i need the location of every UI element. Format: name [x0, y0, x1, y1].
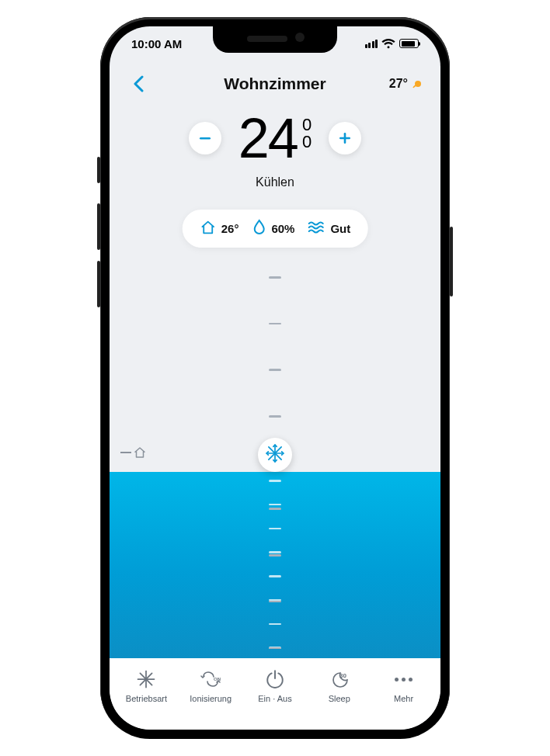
air-quality: Gut: [307, 220, 350, 238]
screen: 10:00 AM Wohnzimmer 27°: [110, 26, 440, 730]
info-pill[interactable]: 26° 60% Gut: [183, 210, 368, 248]
waves-icon: [307, 220, 325, 238]
temperature-slider-track[interactable]: [110, 267, 440, 658]
header: Wohnzimmer 27°: [110, 68, 440, 99]
nav-ionisation[interactable]: ON Ionisierung: [179, 668, 243, 703]
nav-more-label: Mehr: [394, 694, 413, 703]
more-icon: [392, 668, 416, 691]
side-button-vol-down: [97, 261, 100, 307]
svg-rect-1: [200, 137, 211, 140]
nav-mode[interactable]: Betriebsart: [114, 668, 179, 703]
sleep-icon: 30: [328, 668, 351, 691]
battery-icon: [399, 39, 419, 48]
wifi-icon: [381, 39, 395, 49]
nav-power-label: Ein · Aus: [258, 694, 291, 703]
status-time: 10:00 AM: [131, 37, 182, 50]
cellular-icon: [365, 40, 378, 48]
power-icon: [263, 668, 287, 691]
humidity: 60%: [251, 219, 294, 238]
side-button-vol-up: [97, 203, 100, 250]
phone-frame: 10:00 AM Wohnzimmer 27°: [100, 17, 450, 739]
nav-more[interactable]: Mehr: [371, 668, 436, 703]
setpoint-whole: 24: [238, 110, 298, 166]
svg-text:30: 30: [339, 672, 346, 679]
sun-icon: [411, 78, 423, 90]
increase-button[interactable]: [329, 122, 361, 154]
nav-sleep[interactable]: 30 Sleep: [307, 668, 371, 703]
mode-icon: [134, 668, 158, 691]
outside-temp-value: 27°: [389, 77, 408, 91]
nav-sleep-label: Sleep: [329, 694, 350, 703]
mode-label: Kühlen: [110, 175, 440, 189]
indoor-temp-marker: [120, 446, 147, 459]
bottom-nav: Betriebsart ON Ionisierung Ein · Aus 30 …: [110, 658, 440, 730]
indoor-temp-value: 26°: [221, 222, 239, 235]
house-icon: [200, 219, 217, 238]
humidity-value: 60%: [271, 222, 294, 235]
snowflake-icon: [265, 443, 285, 466]
nav-mode-label: Betriebsart: [126, 694, 167, 703]
svg-text:ON: ON: [214, 677, 221, 681]
side-button-mute: [97, 157, 100, 183]
droplet-icon: [251, 219, 266, 238]
status-icons: [365, 39, 419, 49]
nav-ion-label: Ionisierung: [190, 694, 231, 703]
notch: [213, 26, 337, 53]
page-title: Wohnzimmer: [224, 75, 325, 93]
back-button[interactable]: [127, 72, 150, 95]
svg-rect-3: [344, 133, 346, 144]
setpoint-decimal: 0 0: [302, 116, 312, 151]
ionisation-icon: ON: [199, 668, 222, 691]
nav-power[interactable]: Ein · Aus: [243, 668, 308, 703]
decrease-button[interactable]: [189, 122, 221, 154]
setpoint-display: 24 0 0: [238, 110, 312, 166]
outside-weather: 27°: [389, 77, 423, 91]
slider-handle[interactable]: [258, 438, 292, 472]
indoor-temp: 26°: [200, 219, 239, 238]
side-button-right: [450, 227, 453, 297]
air-quality-value: Gut: [330, 222, 350, 235]
setpoint-row: 24 0 0: [110, 110, 440, 166]
